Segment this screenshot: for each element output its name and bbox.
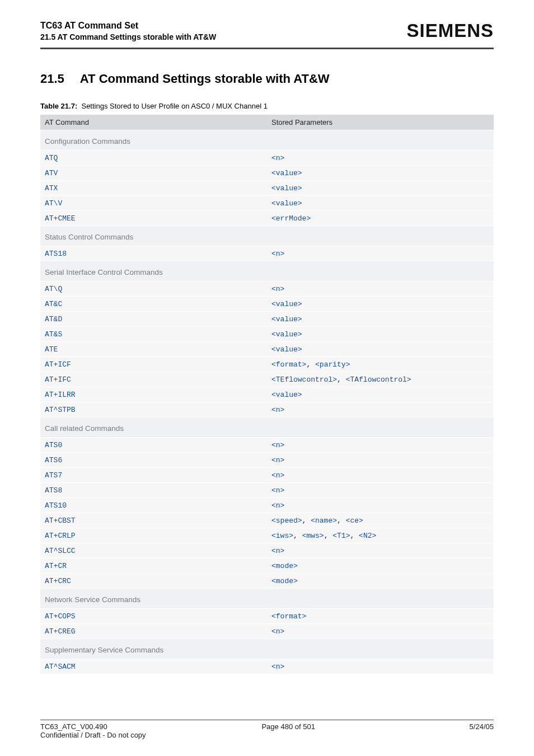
stored-parameters: <iws>, <mws>, <T1>, <N2> [271, 532, 376, 540]
param-link[interactable]: <n> [271, 627, 284, 636]
table-row: AT+ICF<format>, <parity> [40, 356, 494, 372]
doc-subtitle: 21.5 AT Command Settings storable with A… [40, 32, 216, 42]
param-link[interactable]: <n> [271, 441, 284, 449]
param-link[interactable]: <n> [271, 486, 284, 495]
param-link[interactable]: <n> [271, 456, 284, 464]
param-link[interactable]: <speed> [271, 516, 302, 525]
at-command-link[interactable]: ATX [45, 184, 58, 192]
param-link[interactable]: <iws> [271, 532, 293, 540]
table-row: AT+CR<mode> [40, 558, 494, 573]
table-row: AT^STPB<n> [40, 402, 494, 417]
stored-parameters: <n> [271, 250, 284, 258]
at-command-link[interactable]: ATS10 [45, 501, 67, 510]
at-command-link[interactable]: ATS7 [45, 471, 62, 480]
at-command-link[interactable]: AT\Q [45, 285, 62, 293]
at-command-link[interactable]: ATV [45, 169, 58, 177]
footer-divider [40, 720, 494, 720]
table-group-heading: Configuration Commands [40, 130, 494, 150]
param-link[interactable]: <TAflowcontrol> [346, 375, 411, 384]
param-link[interactable]: <parity> [315, 360, 350, 369]
table-row: AT+CMEE<errMode> [40, 210, 494, 226]
param-link[interactable]: <N2> [359, 532, 376, 540]
param-link[interactable]: <n> [271, 501, 284, 510]
stored-parameters: <format>, <parity> [271, 360, 350, 369]
stored-parameters: <TEflowcontrol>, <TAflowcontrol> [271, 375, 411, 384]
at-command-link[interactable]: AT^SLCC [45, 547, 76, 555]
param-link[interactable]: <TEflowcontrol> [271, 375, 337, 384]
at-command-link[interactable]: AT+CBST [45, 516, 76, 525]
param-link[interactable]: <value> [271, 169, 302, 177]
param-separator: , [337, 375, 346, 384]
at-command-link[interactable]: ATS8 [45, 486, 62, 495]
param-link[interactable]: <errMode> [271, 214, 311, 223]
table-header-col1: AT Command [40, 115, 267, 130]
param-link[interactable]: <format> [271, 360, 306, 369]
param-link[interactable]: <n> [271, 154, 284, 162]
param-link[interactable]: <value> [271, 315, 302, 323]
at-command-link[interactable]: AT+CREG [45, 627, 76, 636]
at-command-link[interactable]: AT+CR [45, 562, 67, 570]
brand-logo: SIEMENS [406, 20, 494, 41]
at-command-link[interactable]: AT^SACM [45, 663, 76, 671]
at-command-link[interactable]: AT+COPS [45, 612, 76, 621]
table-row: ATS10<n> [40, 497, 494, 513]
at-command-link[interactable]: AT+ILRR [45, 391, 76, 399]
at-command-link[interactable]: AT&D [45, 315, 62, 323]
header-divider [40, 48, 494, 49]
param-link[interactable]: <value> [271, 330, 302, 339]
param-link[interactable]: <value> [271, 184, 302, 192]
table-row: AT\Q<n> [40, 281, 494, 296]
at-command-link[interactable]: AT+ICF [45, 360, 71, 369]
stored-parameters: <value> [271, 391, 302, 399]
at-command-link[interactable]: ATS18 [45, 250, 67, 258]
at-command-link[interactable]: ATQ [45, 154, 58, 162]
param-link[interactable]: <name> [311, 516, 337, 525]
table-row: ATQ<n> [40, 150, 494, 165]
param-link[interactable]: <value> [271, 199, 302, 208]
param-link[interactable]: <n> [271, 285, 284, 293]
param-link[interactable]: <mode> [271, 577, 298, 585]
table-group-heading: Call related Commands [40, 417, 494, 437]
page-footer: TC63_ATC_V00.490 Page 480 of 501 5/24/05… [40, 720, 494, 739]
table-row: AT&S<value> [40, 326, 494, 341]
param-link[interactable]: <ce> [346, 516, 363, 525]
param-separator: , [324, 532, 333, 540]
table-row: AT&C<value> [40, 296, 494, 311]
stored-parameters: <n> [271, 406, 284, 414]
param-link[interactable]: <value> [271, 300, 302, 308]
param-link[interactable]: <n> [271, 547, 284, 555]
param-link[interactable]: <n> [271, 663, 284, 671]
at-command-link[interactable]: ATE [45, 345, 58, 354]
param-link[interactable]: <T1> [332, 532, 350, 540]
param-link[interactable]: <n> [271, 250, 284, 258]
param-link[interactable]: <n> [271, 471, 284, 480]
section-title-text: AT Command Settings storable with AT&W [80, 72, 330, 86]
table-row: ATS0<n> [40, 437, 494, 452]
param-link[interactable]: <n> [271, 406, 284, 414]
footer-left2: Confidential / Draft - Do not copy [40, 731, 494, 739]
footer-right: 5/24/05 [470, 722, 494, 731]
at-command-link[interactable]: AT+CRLP [45, 532, 76, 540]
table-group-heading: Serial Interface Control Commands [40, 261, 494, 281]
param-link[interactable]: <mode> [271, 562, 298, 570]
at-command-link[interactable]: ATS6 [45, 456, 62, 464]
at-command-link[interactable]: AT&S [45, 330, 62, 339]
at-command-link[interactable]: AT+CRC [45, 577, 71, 585]
at-command-link[interactable]: AT\V [45, 199, 62, 208]
table-group-heading: Network Service Commands [40, 588, 494, 608]
param-separator: , [302, 516, 311, 525]
stored-parameters: <n> [271, 627, 284, 636]
at-command-link[interactable]: AT+CMEE [45, 214, 76, 223]
at-command-link[interactable]: AT+IFC [45, 375, 71, 384]
table-row: AT+CRC<mode> [40, 573, 494, 588]
param-link[interactable]: <value> [271, 345, 302, 354]
stored-parameters: <n> [271, 501, 284, 510]
page-header: TC63 AT Command Set 21.5 AT Command Sett… [40, 20, 494, 42]
param-link[interactable]: <mws> [302, 532, 324, 540]
stored-parameters: <value> [271, 199, 302, 208]
at-command-link[interactable]: AT&C [45, 300, 62, 308]
param-link[interactable]: <value> [271, 391, 302, 399]
at-command-link[interactable]: ATS0 [45, 441, 62, 449]
param-link[interactable]: <format> [271, 612, 306, 621]
at-command-link[interactable]: AT^STPB [45, 406, 76, 414]
